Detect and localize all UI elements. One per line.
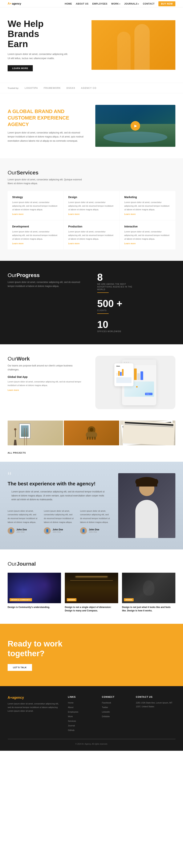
logo-prefix: A+ [8, 2, 12, 5]
testimonials-right [118, 473, 175, 538]
avatar-1: 👤 [8, 527, 14, 534]
stat-number-2: 500 + [97, 299, 175, 308]
footer-connect-col: Connect Facebook Twitter LinkedIn Dribbb… [102, 696, 128, 733]
footer: A+agency Lorem ipsum dolor sit amet, con… [0, 686, 183, 751]
footer-link-journal[interactable]: Journal [68, 724, 75, 727]
nav-links: HOME ABOUT US EMPLOYEES WORK JOURNALS CO… [65, 2, 175, 5]
progress-section: OurProgress Lorem ipsum dolor sit amet, … [0, 261, 183, 344]
testimonial-card-2: Lorem ipsum dolor sit amet, consectetur … [44, 509, 74, 534]
service-link-marketing[interactable]: Learn more [124, 213, 135, 215]
work-featured-title: Global Stat App [8, 375, 88, 378]
service-desc-development: Lorem ipsum dolor sit amet, consectetur … [12, 230, 59, 241]
work-section: OurWork Our teams are purpose-built arou… [0, 344, 183, 421]
nav-home[interactable]: HOME [65, 2, 72, 5]
testimonial-image [118, 473, 175, 538]
cta-button[interactable]: LET'S TALK [8, 664, 32, 671]
reviewer-info-3: John Doe John Doe [89, 528, 99, 533]
testimonials-section: “ The best experience with the agency! L… [0, 462, 183, 550]
service-desc-design: Lorem ipsum dolor sit amet, consectetur … [68, 200, 115, 211]
journal-img-3: Design [122, 573, 175, 603]
gallery-item-2 [64, 421, 119, 445]
service-link-interactive[interactable]: Learn more [124, 243, 135, 245]
service-desc-interactive: Lorem ipsum dolor sit amet, consectetur … [124, 230, 171, 241]
nav-buy-now[interactable]: BUY NOW [158, 1, 175, 6]
about-section: A GLOBAL BRAND AND CUSTOMER EXPERIENCE A… [0, 93, 183, 158]
hero-image-area [92, 20, 175, 70]
gallery-item-1 [8, 421, 63, 445]
footer-bottom: © 2024 A+ Agency. All rights reserved. [8, 743, 175, 745]
journal-tag-2: Design [67, 598, 77, 601]
work-right: View → Stats [95, 356, 175, 409]
hero-text: We Help Brands Earn Lorem ipsum dolor si… [8, 19, 92, 71]
work-item-featured: Global Stat App Lorem ipsum dolor sit am… [8, 375, 88, 391]
reviewer-3: 👤 John Doe John Doe [80, 527, 111, 534]
nav-employees[interactable]: EMPLOYEES [92, 2, 107, 5]
services-title: OurServices [8, 170, 175, 176]
footer-link-services[interactable]: Services [68, 720, 76, 722]
nav-journals[interactable]: JOURNALS [124, 2, 138, 5]
footer-link-about[interactable]: About [68, 706, 73, 708]
progress-stats: 8 WE ARE AMONG THE BEST ADVERTISING AGEN… [97, 272, 175, 333]
reviewer-title-1: John Doe [17, 531, 27, 533]
service-title-marketing: Marketing [124, 195, 171, 199]
service-link-strategy[interactable]: Learn more [12, 213, 24, 215]
stat-label-3: OFFICES WORLDWIDE [97, 330, 135, 333]
service-link-design[interactable]: Learn more [68, 213, 80, 215]
play-button[interactable] [130, 121, 140, 131]
avatar-3: 👤 [80, 527, 87, 534]
logo[interactable]: A+ agency [8, 2, 21, 5]
service-card-interactive: Interactive Lorem ipsum dolor sit amet, … [120, 220, 175, 249]
journal-tag-3: Design [124, 598, 134, 601]
footer-logo: A+agency [8, 696, 60, 700]
journal-card-3: Design Design is not just what it looks … [122, 573, 175, 612]
hero-cta-button[interactable]: LEARN MORE [8, 65, 33, 71]
progress-left: OurProgress Lorem ipsum dolor sit amet, … [8, 272, 86, 333]
footer-link-dribbble[interactable]: Dribbble [102, 715, 110, 718]
about-description: Lorem ipsum dolor sit amet, consectetur … [8, 131, 88, 143]
nav-contact[interactable]: CONTACT [143, 2, 154, 5]
service-title-strategy: Strategy [12, 195, 59, 199]
nav-work[interactable]: WORK [111, 2, 119, 5]
footer-link-linkedin[interactable]: LinkedIn [102, 711, 110, 713]
footer-grid: A+agency Lorem ipsum dolor sit amet, con… [8, 696, 175, 733]
video-thumbnail[interactable] [95, 105, 175, 147]
reviewer-name-1: John Doe [17, 528, 27, 531]
hero-description: Lorem ipsum dolor sit amet, consectetur … [8, 52, 69, 60]
service-card-production: Production Lorem ipsum dolor sit amet, c… [64, 220, 119, 249]
about-video-area [95, 105, 175, 147]
hero-title: We Help Brands Earn [8, 19, 92, 49]
footer-about-col: A+agency Lorem ipsum dolor sit amet, con… [8, 696, 60, 733]
service-desc-production: Lorem ipsum dolor sit amet, consectetur … [68, 230, 115, 241]
testimonials-left: “ The best experience with the agency! L… [8, 473, 111, 534]
cta-section: Ready to work together? LET'S TALK [0, 624, 183, 686]
trusted-logos: LOGOTIPA FRAMEWORK DSSXX AGENCY CO [25, 87, 96, 89]
stat-label-1: WE ARE AMONG THE BEST ADVERTISING AGENCI… [97, 283, 135, 291]
brand-logo-3: DSSXX [66, 87, 75, 89]
reviewer-name-2: John Doe [53, 528, 63, 531]
footer-contact-title: Contact Us [136, 696, 175, 698]
footer-link-work[interactable]: Work [68, 715, 73, 718]
testimonial-text-2: Lorem ipsum dolor sit amet, consectetur … [44, 509, 74, 524]
footer-link-home[interactable]: Home [68, 702, 73, 704]
hero-section: We Help Brands Earn Lorem ipsum dolor si… [0, 7, 183, 83]
footer-divider [8, 739, 175, 739]
service-link-production[interactable]: Learn more [68, 243, 80, 245]
reviewer-name-3: John Doe [89, 528, 99, 531]
stat-number-1: 8 [97, 272, 175, 282]
nav-about[interactable]: ABOUT US [76, 2, 89, 5]
footer-link-twitter[interactable]: Twitter [102, 706, 108, 708]
service-link-development[interactable]: Learn more [12, 243, 24, 245]
reviewer-1: 👤 John Doe John Doe [8, 527, 38, 534]
footer-link-facebook[interactable]: Facebook [102, 702, 111, 704]
footer-link-employees[interactable]: Employees [68, 711, 78, 713]
stat-divider-1 [97, 292, 109, 293]
service-title-production: Production [68, 225, 115, 228]
footer-address: 2281 USA State Ave, Lorum Ipsum, MT 1337… [136, 701, 175, 709]
all-projects-link[interactable]: ALL PROJECTS [8, 452, 26, 454]
work-featured-desc: Lorem ipsum dolor sit amet, consectetur … [8, 380, 88, 387]
footer-link-github[interactable]: GitHub [68, 729, 74, 731]
reviewer-info-2: John Doe John Doe [53, 528, 63, 533]
quote-mark: “ [8, 473, 111, 479]
reviewer-info-1: John Doe John Doe [17, 528, 27, 533]
work-learn-more-link[interactable]: Learn more [8, 389, 19, 391]
